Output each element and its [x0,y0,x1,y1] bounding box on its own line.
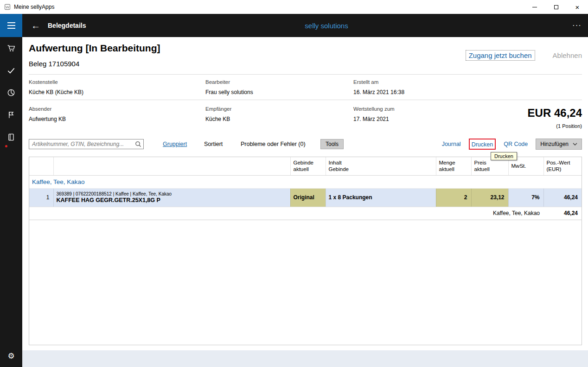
print-link[interactable]: Drucken [472,141,493,148]
search-icon[interactable] [135,141,141,149]
cell-menge[interactable]: 2 [436,188,471,207]
brand-text: selly solutions [65,14,588,37]
sidebar-item-offers[interactable] [0,104,22,126]
group-label: Kaffee, Tee, Kakao [29,175,582,188]
print-tooltip: Drucken [491,152,517,160]
check-icon [6,66,16,75]
header-wert: Pos.-Wert (EUR) [543,157,582,175]
book-access-link[interactable]: Zugang jetzt buchen [466,50,535,61]
row-position: 1 [29,188,53,207]
sorted-link[interactable]: Sortiert [204,141,223,147]
add-button[interactable]: Hinzufügen [536,139,582,150]
maximize-button[interactable] [545,0,567,14]
window-title: Meine sellyApps [14,4,54,10]
label-erstellt-am: Erstellt am [353,79,378,85]
label-bearbeiter: Bearbeiter [205,79,230,85]
article-name: KAFFEE HAG GEGR.GETR.25X1,8G P [57,197,288,204]
search-input[interactable] [29,139,144,149]
sidebar-item-reports[interactable] [0,82,22,104]
cell-gebinde[interactable]: Original [290,188,326,207]
cell-mwst: 7% [508,188,543,207]
cart-icon [6,44,16,53]
sidebar-item-approve[interactable] [0,59,22,82]
position-count: (1 Position) [556,123,582,129]
window-titlebar: Meine sellyApps × [0,0,588,14]
group-summary-row: Kaffee, Tee, Kakao 46,24 [29,207,582,220]
book-icon [6,133,16,142]
more-icon: ··· [572,21,582,30]
add-button-label: Hinzufügen [540,141,569,147]
app-bar: ← Belegdetails selly solutions ··· [0,14,588,37]
tools-button[interactable]: Tools [320,139,344,149]
table-row[interactable]: 1 369389 | 07622200188512 | Kaffee | Kaf… [29,188,582,207]
gear-icon: ⚙ [7,351,14,361]
label-wertstellung: Wertstellung zum [353,106,395,112]
notification-dot [5,145,7,147]
qr-code-link[interactable]: QR Code [504,141,528,147]
cell-preis[interactable]: 23,12 [471,188,508,207]
app-icon [4,4,11,10]
back-icon: ← [31,20,40,31]
header-actions: Zugang jetzt buchen Ablehnen [466,50,582,61]
flag-icon [6,110,16,120]
value-empfaenger: Küche KB [205,116,230,122]
value-kostenstelle: Küche KB (Küche KB) [29,89,83,95]
summary-value: 46,24 [543,207,582,220]
header-article [53,157,290,175]
document-number: Beleg 17105904 [29,60,79,68]
label-kostenstelle: Kostenstelle [29,79,58,85]
article-meta: 369389 | 07622200188512 | Kaffee | Kaffe… [57,191,288,197]
header-menge: Menge aktuell [436,157,471,175]
close-icon: × [575,3,580,11]
search-box [29,139,144,149]
row-article: 369389 | 07622200188512 | Kaffee | Kaffe… [53,188,290,207]
back-button[interactable]: ← [27,14,45,37]
group-row[interactable]: Kaffee, Tee, Kakao [29,175,582,188]
sidebar: ⚙ [0,37,22,367]
label-absender: Absender [29,106,51,112]
minimize-button[interactable] [524,0,545,14]
summary-label: Kaffee, Tee, Kakao [29,207,543,220]
chevron-down-icon [573,143,577,146]
footer-band [22,350,588,367]
minimize-icon [532,7,537,7]
divider [29,74,582,75]
header-gebinde: Gebinde aktuell [290,157,326,175]
problems-link[interactable]: Probleme oder Fehler (0) [241,141,306,147]
journal-link[interactable]: Journal [442,141,461,147]
header-pos [29,157,53,175]
annotation-highlight: Drucken [469,139,496,150]
positions-table: Gebinde aktuell Inhalt Gebinde Menge akt… [29,157,582,345]
menu-button[interactable] [0,14,22,37]
document-title: Aufwertung [In Bearbeitung] [29,43,160,54]
value-absender: Aufwertung KB [29,116,66,122]
sidebar-item-cart[interactable] [0,37,22,59]
sidebar-item-journal[interactable] [0,126,22,148]
cell-inhalt: 1 x 8 Packungen [326,188,436,207]
more-button[interactable]: ··· [572,14,582,37]
cell-wert: 46,24 [543,188,582,207]
toolbar-right: Journal Drucken QR Code Hinzufügen [442,139,582,150]
close-button[interactable]: × [567,0,588,14]
table-empty-area [29,220,582,345]
grouped-link[interactable]: Gruppiert [163,141,187,147]
sidebar-item-settings[interactable]: ⚙ [0,348,22,364]
reject-link[interactable]: Ablehnen [553,51,582,59]
pie-chart-icon [6,88,16,97]
value-bearbeiter: Frau selly solutions [205,89,253,95]
divider [29,100,582,100]
menu-icon [7,22,15,23]
value-wertstellung: 17. März 2021 [353,116,389,122]
maximize-icon [554,5,558,9]
header-inhalt: Inhalt Gebinde [326,157,436,175]
value-erstellt-am: 16. März 2021 16:38 [353,89,404,95]
label-empfaenger: Empfänger [205,106,231,112]
window-controls: × [524,0,588,14]
total-amount: EUR 46,24 [528,107,582,120]
